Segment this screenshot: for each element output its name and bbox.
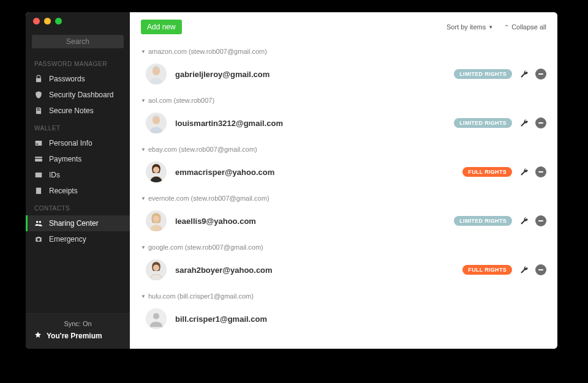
group-header[interactable]: ▼google.com (stew.rob007@gmail.com)	[141, 244, 546, 251]
sidebar-item-label: Passwords	[49, 75, 85, 83]
contact-row: emmacrisper@yahoo.comFULL RIGHTS	[141, 153, 546, 185]
sidebar-item-label: Security Dashboard	[49, 91, 113, 99]
contact-email: emmacrisper@yahoo.com	[175, 168, 274, 177]
camera-icon	[34, 235, 43, 244]
row-actions: LIMITED RIGHTS	[454, 215, 546, 226]
avatar	[146, 113, 167, 133]
sidebar-item-security-dashboard[interactable]: Security Dashboard	[26, 87, 130, 103]
group-header[interactable]: ▼ebay.com (stew.rob007@gmail.com)	[141, 146, 546, 153]
remove-icon[interactable]	[535, 215, 546, 226]
nav-section-title: PASSWORD MANAGER	[26, 54, 130, 71]
sidebar-item-sharing-center[interactable]: Sharing Center	[26, 215, 130, 231]
sync-status: Sync: On	[34, 320, 121, 331]
sidebar-item-secure-notes[interactable]: Secure Notes	[26, 103, 130, 119]
sidebar-item-receipts[interactable]: Receipts	[26, 183, 130, 199]
sidebar-item-label: Payments	[49, 155, 81, 163]
contact-row: bill.crisper1@gmail.com	[141, 300, 546, 332]
svg-point-16	[153, 313, 159, 319]
sidebar-item-label: Secure Notes	[49, 106, 94, 115]
star-icon	[34, 331, 42, 340]
sidebar-item-label: Personal Info	[49, 139, 92, 147]
remove-icon[interactable]	[535, 117, 546, 128]
collapse-label: Collapse all	[511, 23, 546, 31]
window-controls	[26, 12, 130, 31]
minimize-window-icon[interactable]	[44, 18, 51, 24]
avatar	[146, 308, 167, 329]
sidebar-item-label: Emergency	[49, 235, 86, 244]
sidebar-item-ids[interactable]: IDs	[26, 167, 130, 183]
premium-label: You're Premium	[47, 332, 102, 340]
people-icon	[34, 219, 43, 228]
chevron-down-icon: ▼	[141, 196, 146, 201]
note-icon	[34, 106, 43, 115]
shield-icon	[34, 91, 43, 99]
remove-icon[interactable]	[535, 166, 546, 177]
chevron-down-icon: ▼	[141, 245, 146, 250]
group-header[interactable]: ▼aol.com (stew.rob007)	[141, 97, 546, 104]
svg-point-14	[153, 265, 159, 271]
chevron-down-icon: ▼	[141, 147, 146, 152]
sort-label: Sort by items	[447, 23, 486, 31]
sidebar-nav: PASSWORD MANAGERPasswordsSecurity Dashbo…	[26, 54, 130, 247]
sidebar-item-label: IDs	[49, 171, 60, 179]
wrench-icon[interactable]	[518, 264, 529, 275]
sidebar-item-emergency[interactable]: Emergency	[26, 231, 130, 247]
sidebar-item-personal-info[interactable]: Personal Info	[26, 135, 130, 151]
rights-badge: FULL RIGHTS	[462, 265, 512, 275]
card-icon	[34, 155, 43, 163]
contact-email: louismartin3212@gmail.com	[175, 119, 283, 128]
contact-email: gabrieljleroy@gmail.com	[175, 70, 270, 79]
wrench-icon[interactable]	[518, 215, 529, 226]
sort-dropdown[interactable]: Sort by items ▼	[447, 23, 493, 31]
nav-section-title: CONTACTS	[26, 199, 130, 215]
avatar	[146, 210, 167, 231]
group-header[interactable]: ▼evernote.com (stew.rob007@gmail.com)	[141, 195, 546, 202]
wrench-icon[interactable]	[518, 117, 529, 128]
collapse-all-button[interactable]: ⌃ Collapse all	[504, 23, 546, 31]
group-header-label: amazon.com (stew.rob007@gmail.com)	[148, 48, 267, 55]
search-input[interactable]	[32, 35, 124, 48]
rights-badge: LIMITED RIGHTS	[454, 216, 512, 226]
toolbar: Add new Sort by items ▼ ⌃ Collapse all	[130, 12, 557, 38]
receipt-icon	[34, 187, 43, 195]
avatar	[146, 64, 167, 84]
wrench-icon[interactable]	[518, 69, 529, 80]
contact-email: sarah2boyer@yahoo.com	[175, 266, 273, 275]
group-header-label: evernote.com (stew.rob007@gmail.com)	[148, 195, 270, 202]
sidebar-item-passwords[interactable]: Passwords	[26, 71, 130, 87]
svg-point-8	[153, 167, 159, 173]
rights-badge: LIMITED RIGHTS	[454, 69, 512, 79]
sidebar-item-payments[interactable]: Payments	[26, 151, 130, 167]
rights-badge: FULL RIGHTS	[462, 167, 512, 177]
group-header[interactable]: ▼amazon.com (stew.rob007@gmail.com)	[141, 48, 546, 55]
row-actions: LIMITED RIGHTS	[454, 117, 546, 128]
row-actions: FULL RIGHTS	[462, 166, 546, 177]
group-header[interactable]: ▼hulu.com (bill.crisper1@gmail.com)	[141, 292, 546, 300]
row-actions: FULL RIGHTS	[462, 264, 546, 275]
group-header-label: aol.com (stew.rob007)	[148, 97, 214, 104]
add-new-button[interactable]: Add new	[141, 20, 182, 34]
app-window: PASSWORD MANAGERPasswordsSecurity Dashbo…	[26, 12, 557, 349]
sidebar-item-label: Receipts	[49, 187, 78, 195]
contact-row: louismartin3212@gmail.comLIMITED RIGHTS	[141, 104, 546, 136]
toolbar-right: Sort by items ▼ ⌃ Collapse all	[447, 23, 546, 31]
premium-status: You're Premium	[34, 331, 121, 340]
contact-row: gabrieljleroy@gmail.comLIMITED RIGHTS	[141, 55, 546, 87]
remove-icon[interactable]	[535, 69, 546, 80]
chevron-down-icon: ▼	[488, 24, 493, 30]
sidebar-item-label: Sharing Center	[49, 219, 99, 228]
group-header-label: google.com (stew.rob007@gmail.com)	[148, 244, 263, 251]
close-window-icon[interactable]	[33, 18, 40, 24]
contact-row: leaellis9@yahoo.comLIMITED RIGHTS	[141, 202, 546, 234]
chevron-down-icon: ▼	[141, 294, 146, 299]
remove-icon[interactable]	[535, 264, 546, 275]
person-card-icon	[34, 139, 43, 147]
svg-point-2	[153, 68, 160, 75]
sidebar: PASSWORD MANAGERPasswordsSecurity Dashbo…	[26, 12, 130, 349]
chevron-up-icon: ⌃	[504, 24, 509, 31]
contact-email: bill.crisper1@gmail.com	[175, 314, 267, 324]
wrench-icon[interactable]	[518, 166, 529, 177]
maximize-window-icon[interactable]	[55, 18, 62, 24]
chevron-down-icon: ▼	[141, 49, 146, 54]
rights-badge: LIMITED RIGHTS	[454, 118, 512, 128]
